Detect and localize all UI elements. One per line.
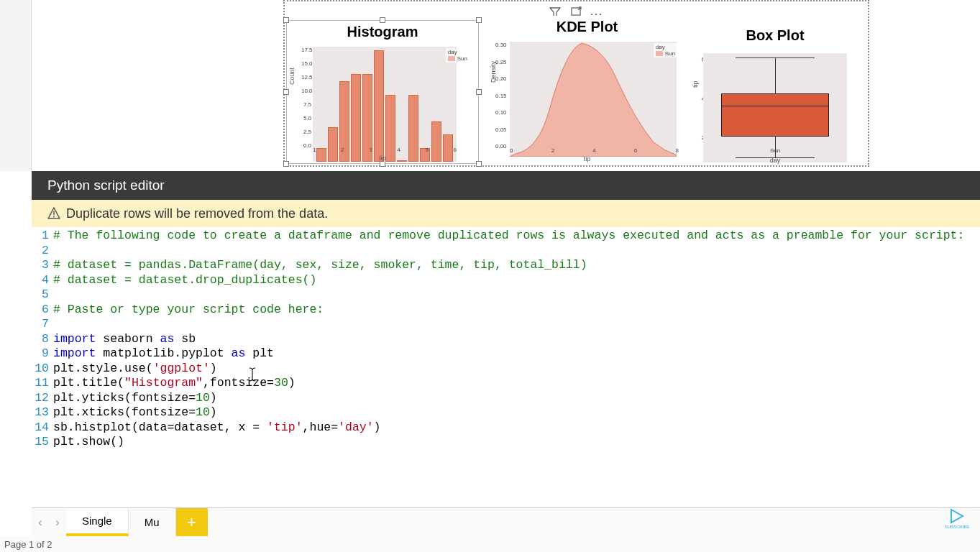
page-tabs: ‹ › Single Mu + [32,507,980,536]
histogram-bars [313,47,457,162]
resize-handle[interactable] [476,161,482,167]
resize-handle[interactable] [283,161,289,167]
y-ticks: 0.300.25 0.200.15 0.100.05 0.00 [495,42,505,150]
resize-handle[interactable] [476,89,482,95]
tab-mu[interactable]: Mu [129,508,176,536]
chart-title: Histogram [287,21,478,40]
chart-title: Box Plot [693,24,857,44]
chart-title: KDE Plot [488,16,686,35]
subscribe-badge[interactable]: SUBSCRIBE [944,507,970,533]
x-axis-label: day [770,157,781,164]
x-ticks: Sun [703,147,847,154]
x-axis-label: tip [379,155,386,162]
editor-title: Python script editor [47,178,165,193]
x-ticks: 02 46 8 [510,147,679,154]
resize-handle[interactable] [283,17,289,23]
y-axis-label: Count [288,68,296,85]
plot-area [703,53,847,162]
tab-prev-button[interactable]: ‹ [32,508,49,536]
tab-next-button[interactable]: › [49,508,66,536]
resize-handle[interactable] [380,161,385,167]
warning-icon [47,207,60,220]
tab-single[interactable]: Single [66,508,129,536]
warning-bar: Duplicate rows will be removed from the … [32,200,980,227]
status-bar: Page 1 of 2 [0,536,980,552]
box-rect [721,93,829,137]
script-editor-header: Python script editor [32,171,980,200]
x-axis-label: tip [584,155,591,162]
x-ticks: 12 34 56 [313,147,457,153]
report-canvas[interactable]: ⋯ Histogram Count 17.515.0 12.510.0 7.55… [32,0,980,171]
legend: day Sun [446,48,470,63]
legend: day Sun [654,43,677,58]
y-ticks: 17.515.0 12.510.0 7.55.0 2.50.0 [301,47,311,149]
kde-visual[interactable]: KDE Plot Density 0.300.25 0.200.15 0.100… [488,16,686,164]
resize-handle[interactable] [476,17,482,23]
left-rail [0,0,32,171]
svg-point-2 [53,216,55,218]
histogram-visual[interactable]: Histogram Count 17.515.0 12.510.0 7.55.0… [286,20,479,164]
resize-handle[interactable] [380,17,385,23]
subscribe-icon [948,507,966,525]
visual-container-selected[interactable]: ⋯ Histogram Count 17.515.0 12.510.0 7.55… [283,0,869,167]
page-indicator: Page 1 of 2 [4,539,52,550]
code-editor[interactable]: 1# The following code to create a datafr… [32,227,980,507]
y-axis-label: tip [692,80,699,88]
warning-text: Duplicate rows will be removed from the … [66,206,328,221]
plot-area [313,47,457,162]
resize-handle[interactable] [283,89,289,95]
add-page-button[interactable]: + [176,508,208,536]
plot-area [510,42,677,157]
boxplot-visual[interactable]: Box Plot 6 4 2 tip Sun day [693,24,857,165]
